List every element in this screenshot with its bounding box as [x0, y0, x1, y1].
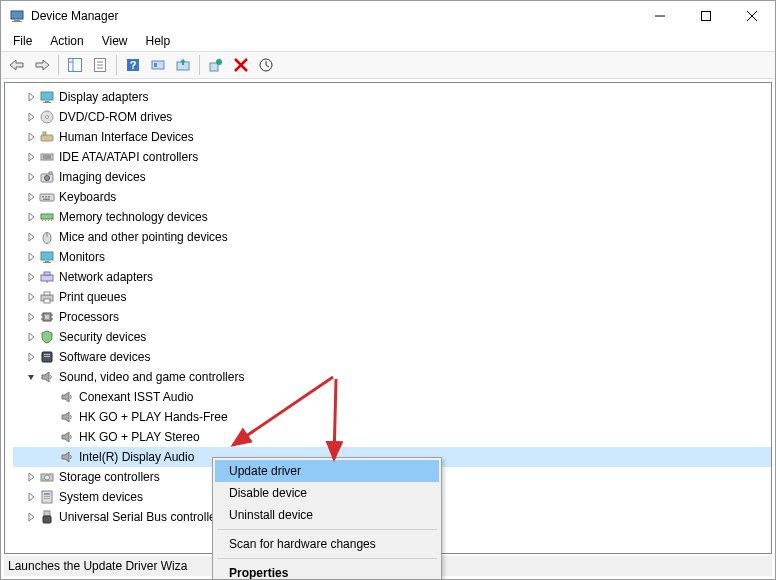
- tree-node[interactable]: Human Interface Devices: [13, 127, 771, 147]
- chevron-right-icon[interactable]: [25, 151, 37, 163]
- disable-device-button[interactable]: [229, 53, 253, 77]
- toolbar: ?: [1, 51, 775, 79]
- tree-node[interactable]: Print queues: [13, 287, 771, 307]
- tree-node[interactable]: Network adapters: [13, 267, 771, 287]
- forward-button[interactable]: [30, 53, 54, 77]
- svg-rect-24: [41, 92, 53, 100]
- tree-node-label: Universal Serial Bus controllers: [59, 510, 226, 524]
- minimize-button[interactable]: [637, 1, 683, 31]
- toolbar-separator: [199, 55, 200, 75]
- context-menu-item[interactable]: Disable device: [215, 482, 439, 504]
- chevron-right-icon[interactable]: [25, 271, 37, 283]
- network-icon: [39, 269, 55, 285]
- tree-node[interactable]: Software devices: [13, 347, 771, 367]
- tree-node-label: Processors: [59, 310, 119, 324]
- show-hide-tree-button[interactable]: [63, 53, 87, 77]
- context-menu-item[interactable]: Uninstall device: [215, 504, 439, 526]
- tree-node[interactable]: Memory technology devices: [13, 207, 771, 227]
- chevron-right-icon[interactable]: [25, 231, 37, 243]
- context-menu-item[interactable]: Properties: [215, 562, 439, 580]
- tree-node-label: DVD/CD-ROM drives: [59, 110, 172, 124]
- svg-rect-38: [42, 196, 44, 198]
- speaker-icon: [59, 449, 75, 465]
- properties-button[interactable]: [88, 53, 112, 77]
- speaker-icon: [59, 429, 75, 445]
- svg-point-28: [46, 116, 49, 119]
- chevron-right-icon[interactable]: [25, 511, 37, 523]
- chevron-right-icon[interactable]: [25, 131, 37, 143]
- svg-rect-75: [43, 516, 51, 523]
- scan-hardware-changes-button[interactable]: [254, 53, 278, 77]
- close-button[interactable]: [729, 1, 775, 31]
- menu-action[interactable]: Action: [42, 32, 91, 50]
- scan-button[interactable]: [146, 53, 170, 77]
- tree-node[interactable]: IDE ATA/ATAPI controllers: [13, 147, 771, 167]
- svg-rect-71: [44, 493, 50, 495]
- help-button[interactable]: ?: [121, 53, 145, 77]
- menu-file[interactable]: File: [5, 32, 40, 50]
- tree-node[interactable]: Sound, video and game controllers: [13, 367, 771, 387]
- chevron-right-icon[interactable]: [25, 471, 37, 483]
- context-menu-item[interactable]: Update driver: [215, 460, 439, 482]
- svg-rect-2: [12, 21, 22, 22]
- menu-help[interactable]: Help: [138, 32, 179, 50]
- svg-point-69: [42, 478, 44, 480]
- tree-node[interactable]: DVD/CD-ROM drives: [13, 107, 771, 127]
- chevron-right-icon[interactable]: [25, 211, 37, 223]
- chevron-right-icon[interactable]: [25, 351, 37, 363]
- chevron-right-icon[interactable]: [25, 311, 37, 323]
- chevron-right-icon[interactable]: [25, 171, 37, 183]
- context-menu-item[interactable]: Scan for hardware changes: [215, 533, 439, 555]
- chevron-right-icon[interactable]: [25, 191, 37, 203]
- tree-node-label: Memory technology devices: [59, 210, 208, 224]
- svg-rect-41: [43, 199, 50, 201]
- svg-rect-31: [41, 154, 53, 160]
- context-menu: Update driverDisable deviceUninstall dev…: [212, 457, 442, 580]
- tree-node-label: Intel(R) Display Audio: [79, 450, 194, 464]
- tree-node[interactable]: Monitors: [13, 247, 771, 267]
- tree-node[interactable]: Imaging devices: [13, 167, 771, 187]
- tree-node[interactable]: HK GO + PLAY Stereo: [13, 427, 771, 447]
- svg-rect-50: [45, 261, 49, 262]
- speaker-icon: [39, 369, 55, 385]
- svg-rect-1: [14, 20, 20, 21]
- usb-icon: [39, 509, 55, 525]
- chevron-right-icon[interactable]: [25, 111, 37, 123]
- menubar: File Action View Help: [1, 31, 775, 51]
- chevron-right-icon[interactable]: [25, 251, 37, 263]
- chevron-down-icon[interactable]: [25, 371, 37, 383]
- svg-rect-51: [43, 262, 51, 263]
- svg-rect-7: [69, 59, 82, 72]
- ide-icon: [39, 149, 55, 165]
- tree-node[interactable]: Security devices: [13, 327, 771, 347]
- tree-node-label: Print queues: [59, 290, 126, 304]
- tree-node[interactable]: Conexant ISST Audio: [13, 387, 771, 407]
- chevron-right-icon[interactable]: [25, 491, 37, 503]
- mouse-icon: [39, 229, 55, 245]
- tree-node[interactable]: HK GO + PLAY Hands-Free: [13, 407, 771, 427]
- speaker-icon: [59, 409, 75, 425]
- svg-rect-4: [702, 12, 711, 21]
- chevron-right-icon[interactable]: [25, 291, 37, 303]
- maximize-button[interactable]: [683, 1, 729, 31]
- speaker-icon: [59, 389, 75, 405]
- toolbar-separator: [116, 55, 117, 75]
- svg-rect-65: [44, 354, 50, 355]
- tree-node-label: Human Interface Devices: [59, 130, 194, 144]
- tree-node[interactable]: Processors: [13, 307, 771, 327]
- svg-text:?: ?: [130, 59, 137, 71]
- uninstall-device-button[interactable]: [204, 53, 228, 77]
- tree-node-label: Network adapters: [59, 270, 153, 284]
- update-driver-button[interactable]: [171, 53, 195, 77]
- tree-node[interactable]: Display adapters: [13, 87, 771, 107]
- back-button[interactable]: [5, 53, 29, 77]
- svg-rect-43: [42, 219, 43, 221]
- menu-view[interactable]: View: [94, 32, 136, 50]
- chevron-right-icon[interactable]: [25, 91, 37, 103]
- tree-node[interactable]: Mice and other pointing devices: [13, 227, 771, 247]
- tree-node[interactable]: Keyboards: [13, 187, 771, 207]
- context-menu-separator: [217, 529, 437, 530]
- svg-rect-39: [45, 196, 47, 198]
- svg-rect-59: [45, 315, 49, 319]
- chevron-right-icon[interactable]: [25, 331, 37, 343]
